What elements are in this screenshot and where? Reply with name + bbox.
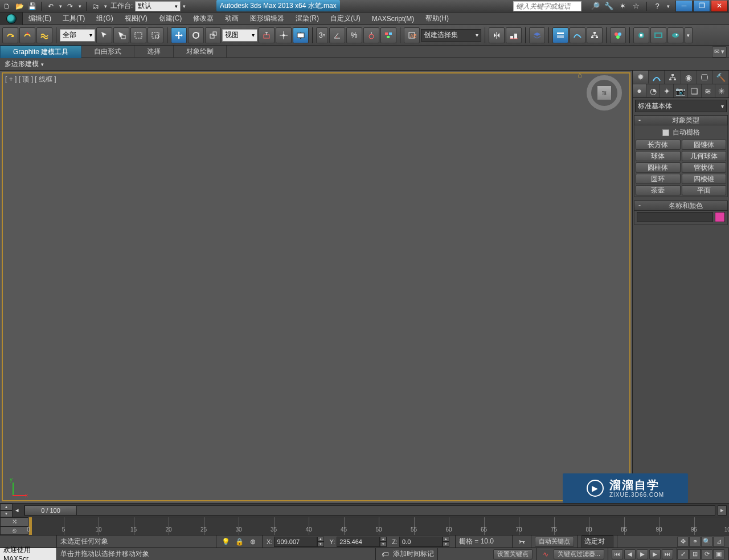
favorite-icon[interactable]: ☆ (630, 1, 642, 11)
select-object-icon[interactable] (96, 27, 112, 43)
tab-display-icon[interactable]: 🖵 (697, 71, 713, 84)
window-crossing-icon[interactable] (148, 27, 163, 43)
btn-geosphere[interactable]: 几何球体 (682, 151, 727, 161)
tab-motion-icon[interactable]: ◉ (681, 71, 697, 84)
track-open-icon[interactable]: ⎋ (0, 526, 28, 536)
menu-render[interactable]: 渲染(R) (290, 13, 325, 25)
rectangular-region-icon[interactable] (130, 27, 146, 43)
window-minimize[interactable]: ─ (675, 1, 693, 12)
save-icon[interactable]: 💾 (26, 1, 38, 11)
window-restore[interactable]: ❐ (693, 1, 710, 12)
viewcube-face[interactable]: 顶 (597, 85, 612, 100)
keyfilters-button[interactable]: 关键点过滤器... (554, 549, 604, 559)
btn-cone[interactable]: 圆锥体 (682, 140, 727, 150)
edit-named-sets-icon[interactable] (380, 27, 396, 43)
workspace-dropdown[interactable]: 默认 ▾ (135, 1, 181, 11)
percent-snap-icon[interactable]: % (346, 27, 362, 43)
named-set-create-icon[interactable]: ABC (404, 27, 420, 43)
btn-torus[interactable]: 圆环 (636, 174, 681, 184)
next-frame-icon[interactable]: ▶ (649, 549, 661, 559)
goto-start-icon[interactable]: ⏮ (612, 549, 623, 559)
named-selection-dropdown[interactable]: 创建选择集▾ (421, 29, 481, 42)
layer-manager-icon[interactable] (529, 27, 545, 43)
btn-tube[interactable]: 管状体 (682, 162, 727, 173)
slider-next-icon[interactable]: ▸ (718, 505, 727, 516)
nav-pan-icon[interactable]: ✥ (677, 537, 689, 547)
geometry-category-dropdown[interactable]: 标准基本体▾ (635, 100, 727, 112)
btn-pyramid[interactable]: 四棱锥 (682, 174, 727, 184)
menu-graph[interactable]: 图形编辑器 (244, 13, 290, 25)
time-slider-up-icon[interactable]: ▴ (0, 504, 13, 510)
snap-3d-icon[interactable]: 3▿ (316, 27, 328, 43)
render-production-icon[interactable] (667, 27, 683, 43)
nav-zoom-extents-icon[interactable]: ⤢ (677, 549, 689, 559)
render-dd-icon[interactable]: ▾ (685, 27, 693, 43)
menu-animation[interactable]: 动画 (219, 13, 244, 25)
menu-maxscript[interactable]: MAXScript(M) (366, 13, 420, 25)
goto-end-icon[interactable]: ⏭ (662, 549, 673, 559)
tab-utilities-icon[interactable]: 🔨 (713, 71, 729, 84)
btn-cylinder[interactable]: 圆柱体 (636, 162, 681, 173)
use-center-icon[interactable] (259, 27, 275, 43)
subtab-systems-icon[interactable]: ✳ (715, 84, 729, 97)
subtab-lights-icon[interactable]: ✦ (660, 84, 674, 97)
ref-coord-dropdown[interactable]: 视图▾ (222, 29, 257, 42)
subtab-geometry-icon[interactable]: ● (633, 84, 646, 97)
mirror-icon[interactable] (489, 27, 505, 43)
workspace-more-icon[interactable]: ▾ (181, 1, 187, 11)
material-editor-icon[interactable] (610, 27, 626, 43)
spinner-snap-icon[interactable] (363, 27, 379, 43)
viewport-label[interactable]: [ + ] [ 顶 ] [ 线框 ] (5, 75, 56, 84)
nav-maximize-icon[interactable]: ▣ (713, 549, 724, 559)
schematic-view-icon[interactable] (587, 27, 603, 43)
subtab-helpers-icon[interactable]: ❑ (688, 84, 702, 97)
tab-selection[interactable]: 选择 (134, 46, 174, 58)
btn-sphere[interactable]: 球体 (636, 151, 681, 161)
menu-views[interactable]: 视图(V) (119, 13, 153, 25)
menu-modifiers[interactable]: 修改器 (187, 13, 219, 25)
coord-z-field[interactable]: 0.0 (399, 537, 443, 547)
subtab-cameras-icon[interactable]: 📷 (674, 84, 687, 97)
curve-editor-icon[interactable] (570, 27, 585, 43)
selection-filter-dropdown[interactable]: 全部▾ (60, 29, 95, 42)
slider-prev-icon[interactable]: ◂ (13, 505, 22, 516)
tab-modify-icon[interactable] (649, 71, 665, 84)
bind-spacewarp-icon[interactable] (36, 27, 52, 43)
viewport[interactable]: [ + ] [ 顶 ] [ 线框 ] ⌂ 顶 y x (0, 71, 632, 503)
nav-fov-icon[interactable]: ⊿ (713, 537, 724, 547)
graphite-toggle-icon[interactable] (552, 27, 568, 43)
autogrid-checkbox[interactable]: 自动栅格 (636, 126, 726, 138)
menu-edit[interactable]: 编辑(E) (23, 13, 57, 25)
align-icon[interactable] (506, 27, 522, 43)
coord-y-field[interactable]: 235.464 (337, 537, 380, 547)
coord-x-field[interactable]: 909.007 (274, 537, 317, 547)
tab-create-icon[interactable]: ✹ (633, 71, 649, 84)
subtab-spacewarps-icon[interactable]: ≋ (702, 84, 715, 97)
nav-orbit-icon[interactable]: ⟳ (701, 549, 712, 559)
redo-dd-icon[interactable]: ▾ (77, 1, 83, 11)
keymode-dropdown[interactable]: 选定对 (581, 536, 613, 548)
menu-help[interactable]: 帮助(H) (420, 13, 454, 25)
undo-link-icon[interactable] (2, 27, 18, 43)
rollout-object-type[interactable]: - 对象类型 (634, 115, 728, 125)
btn-plane[interactable]: 平面 (682, 185, 727, 195)
project-icon[interactable]: 🗂 (90, 1, 101, 11)
keyfilter-icon[interactable]: ∿ (540, 549, 551, 559)
time-slider-thumb[interactable]: 0 / 100 (24, 505, 77, 516)
setkey-button[interactable]: 设置关键点 (493, 549, 533, 559)
render-frame-icon[interactable] (650, 27, 666, 43)
select-by-name-icon[interactable] (113, 27, 129, 43)
tab-graphite[interactable]: Graphite 建模工具 (0, 46, 81, 58)
select-scale-icon[interactable] (205, 27, 221, 43)
keyboard-shortcut-icon[interactable] (293, 27, 309, 43)
app-menu-button[interactable] (0, 13, 23, 25)
open-icon[interactable]: 📂 (14, 1, 25, 11)
window-close[interactable]: ✕ (711, 1, 728, 12)
nav-zoom-all-icon[interactable]: ⊞ (689, 549, 701, 559)
play-icon[interactable]: ▶ (637, 549, 648, 559)
undo-dd-icon[interactable]: ▾ (58, 1, 63, 11)
tab-paint[interactable]: 对象绘制 (174, 46, 227, 58)
track-mini-curve-icon[interactable]: ⤭ (0, 517, 28, 526)
unlink-icon[interactable] (19, 27, 35, 43)
prev-frame-icon[interactable]: ◀ (624, 549, 636, 559)
